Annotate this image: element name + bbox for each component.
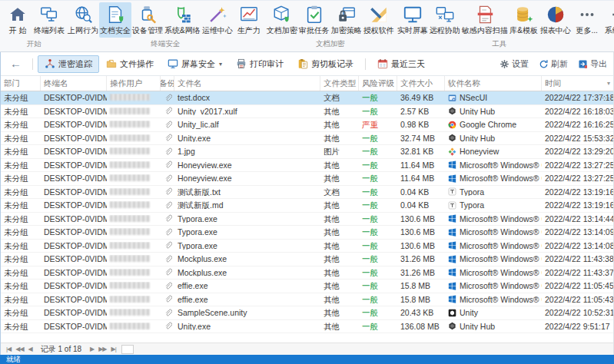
- ribbon-button[interactable]: 系统设置: [604, 2, 614, 38]
- column-header-terminal[interactable]: 终端名: [41, 76, 107, 91]
- cell-backup[interactable]: [161, 255, 174, 263]
- ribbon-button[interactable]: 生产力: [234, 2, 264, 38]
- column-header-software[interactable]: 软件名称: [445, 76, 542, 91]
- cell-risk: 一般: [359, 108, 397, 116]
- live-screen-icon: [403, 4, 423, 25]
- ribbon-button[interactable]: 系统&网络: [164, 2, 201, 38]
- cell-backup[interactable]: [161, 282, 174, 290]
- cell-backup[interactable]: [161, 134, 174, 142]
- cell-filename: 1.jpg: [174, 147, 320, 156]
- ribbon-button[interactable]: 上网行为: [67, 2, 99, 38]
- cell-backup[interactable]: [161, 94, 174, 102]
- column-header-department[interactable]: 部门: [1, 76, 41, 91]
- cell-backup[interactable]: [161, 160, 174, 169]
- ribbon-button[interactable]: 终端列表: [33, 2, 65, 38]
- table-row[interactable]: 未分组 DESKTOP-0VIDMDJ Honeyview.exe 其他 一般 …: [1, 159, 613, 173]
- column-header-risk[interactable]: 风险评级: [359, 76, 397, 91]
- paperclip-icon: [164, 228, 172, 237]
- ribbon-button[interactable]: 实时屏幕: [397, 2, 429, 38]
- windows-icon: [448, 174, 456, 183]
- last-page-button[interactable]: ▶|: [109, 346, 118, 352]
- column-header-filesize[interactable]: 文件大小: [397, 76, 445, 91]
- cell-backup[interactable]: [161, 295, 174, 303]
- ribbon-button[interactable]: 报表中心: [539, 2, 572, 38]
- row-more-button[interactable]: ⋯: [602, 91, 611, 104]
- cell-software: Honeyview: [445, 147, 542, 156]
- ribbon-button[interactable]: 设备管理: [131, 2, 164, 38]
- cell-backup[interactable]: [161, 214, 174, 223]
- column-header-filetype[interactable]: 文件类型: [320, 76, 359, 91]
- table-row[interactable]: 未分组 DESKTOP-0VIDMDJ Mockplus.exe 其他 一般 3…: [1, 253, 613, 266]
- table-row[interactable]: 未分组 DESKTOP-0VIDMDJ effie.exe 其他 一般 15.8…: [1, 293, 613, 307]
- toolbar-button[interactable]: 剪切板记录: [290, 55, 360, 73]
- table-row[interactable]: 未分组 DESKTOP-0VIDMDJ 测试新版.txt 文档 一般 0.04 …: [1, 186, 613, 200]
- ribbon-button[interactable]: 远程协助: [429, 2, 461, 38]
- cell-backup[interactable]: [161, 107, 174, 115]
- toolbar-button[interactable]: 文件操作: [99, 55, 161, 73]
- cell-filesize: 2.57 KB: [397, 108, 445, 116]
- cell-risk: 一般: [359, 188, 397, 197]
- table-row[interactable]: 未分组 DESKTOP-0VIDMDJ Typora.exe 其他 一般 130…: [1, 226, 613, 240]
- table-row[interactable]: 未分组 DESKTOP-0VIDMDJ Mockplus.exe 其他 一般 3…: [1, 266, 613, 280]
- toolbar-button-label: 最近三天: [391, 58, 425, 70]
- toolbar-button[interactable]: 泄密追踪: [38, 55, 99, 73]
- first-page-button[interactable]: |◀: [4, 346, 13, 352]
- toolbar-button[interactable]: 屏幕安全 ▾: [161, 55, 229, 73]
- unityhub-icon: [448, 107, 456, 115]
- table-row[interactable]: 未分组 DESKTOP-0VIDMDJ Unity.exe 其他 一般 32.7…: [1, 132, 613, 146]
- cell-backup[interactable]: [161, 322, 174, 330]
- ribbon-button[interactable]: 授权软件: [363, 2, 395, 38]
- ribbon-button[interactable]: 敏感内容扫描: [461, 2, 509, 38]
- print-audit-icon: [236, 58, 247, 69]
- filter-caret-icon[interactable]: ▾: [607, 80, 610, 87]
- cell-backup[interactable]: [161, 309, 174, 317]
- prev-page-group-button[interactable]: ◀◀: [13, 346, 25, 352]
- toolbar-action[interactable]: 设置: [499, 58, 529, 70]
- ribbon-button[interactable]: 运维中心: [201, 2, 234, 38]
- next-record-button[interactable]: ▶: [88, 346, 96, 352]
- cell-terminal: DESKTOP-0VIDMDJ: [41, 323, 107, 331]
- column-header-filename[interactable]: 文件名: [174, 76, 320, 91]
- cell-backup[interactable]: [161, 228, 174, 237]
- table-row[interactable]: 未分组 DESKTOP-0VIDMDJ Unity_lic.alf 其他 严重 …: [1, 118, 613, 132]
- table-row[interactable]: 未分组 DESKTOP-0VIDMDJ 1.jpg 图片 一般 32.81 KB…: [1, 145, 613, 159]
- ribbon-button[interactable]: 开 始: [2, 2, 33, 38]
- ribbon-button[interactable]: 更多...: [572, 2, 602, 38]
- column-header-time[interactable]: 时间 ▾: [542, 76, 613, 91]
- ribbon-button[interactable]: 文档安全: [99, 2, 131, 38]
- prev-record-button[interactable]: ◀: [26, 346, 35, 352]
- cell-user: [107, 188, 161, 197]
- ribbon-button-label: 系统&网络: [164, 25, 201, 36]
- ribbon-button[interactable]: 库&模板: [509, 2, 539, 38]
- table-row[interactable]: 未分组 DESKTOP-0VIDMDJ Typora.exe 其他 一般 130…: [1, 213, 613, 227]
- table-row[interactable]: 未分组 DESKTOP-0VIDMDJ SampleScene.unity 其他…: [1, 306, 613, 320]
- ribbon-button[interactable]: 审批任务: [298, 2, 330, 38]
- cell-backup[interactable]: [161, 147, 174, 156]
- table-row[interactable]: 未分组 DESKTOP-0VIDMDJ Unity_v2017.xulf 其他 …: [1, 105, 613, 119]
- table-row[interactable]: 未分组 DESKTOP-0VIDMDJ test.docx 文档 一般 36.4…: [1, 91, 613, 105]
- pager-edit-box[interactable]: [121, 345, 134, 354]
- library-template-icon: [514, 4, 534, 25]
- column-header-backup[interactable]: 备份: [161, 76, 174, 91]
- toolbar-button[interactable]: 最近三天: [370, 55, 432, 73]
- ribbon-button[interactable]: 文档加密: [266, 2, 298, 38]
- cell-backup[interactable]: [161, 121, 174, 129]
- toolbar-button[interactable]: 打印审计: [229, 55, 290, 73]
- cell-backup[interactable]: [161, 241, 174, 250]
- cell-backup[interactable]: [161, 187, 174, 196]
- cell-backup[interactable]: [161, 201, 174, 210]
- table-row[interactable]: 未分组 DESKTOP-0VIDMDJ effie.exe 其他 一般 15.8…: [1, 280, 613, 293]
- toolbar-action[interactable]: 刷新: [539, 58, 568, 70]
- table-header: 部门 终端名 操作用户 备份 文件名 文件类型 风险评级 文件大小 软件名称 时…: [1, 76, 613, 91]
- table-row[interactable]: 未分组 DESKTOP-0VIDMDJ 测试新版.md 其他 一般 0.04 K…: [1, 199, 613, 213]
- cell-backup[interactable]: [161, 268, 174, 276]
- table-row[interactable]: 未分组 DESKTOP-0VIDMDJ Typora.exe 其他 一般 130…: [1, 240, 613, 253]
- table-row[interactable]: 未分组 DESKTOP-0VIDMDJ Unity.exe 其他 一般 136.…: [1, 320, 613, 334]
- back-button[interactable]: ←: [7, 57, 28, 71]
- next-page-group-button[interactable]: ▶▶: [96, 346, 108, 352]
- table-row[interactable]: 未分组 DESKTOP-0VIDMDJ Honeyview.exe 其他 一般 …: [1, 172, 613, 186]
- column-header-user[interactable]: 操作用户: [107, 76, 161, 91]
- ribbon-button[interactable]: 加密策略: [330, 2, 363, 38]
- toolbar-action[interactable]: 导出: [578, 58, 607, 70]
- cell-backup[interactable]: [161, 174, 174, 183]
